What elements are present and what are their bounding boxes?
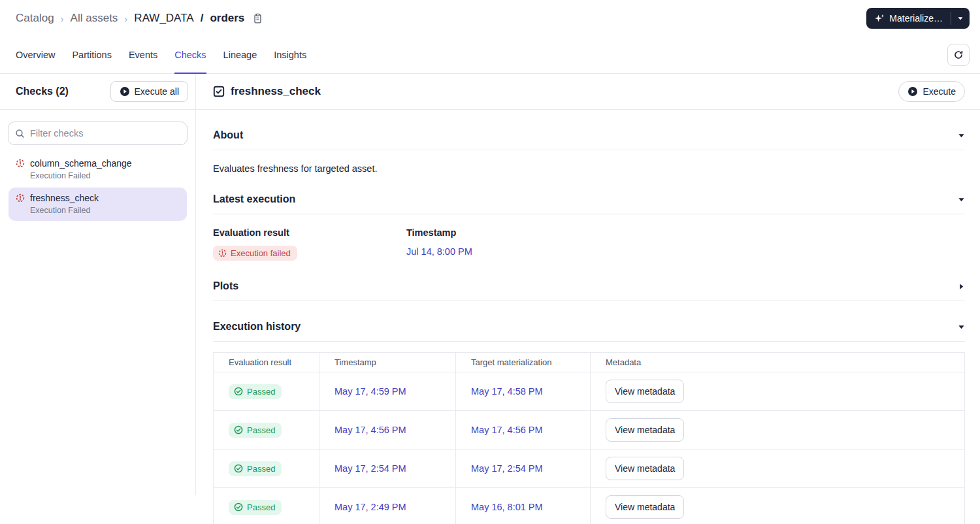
- content-area: Checks (2) Execute all: [0, 74, 980, 495]
- check-list-item[interactable]: freshness_check Execution Failed: [8, 188, 187, 221]
- tab-label: Checks: [174, 50, 206, 60]
- breadcrumb-chevron-icon: ›: [124, 13, 127, 24]
- execute-label: Execute: [923, 86, 956, 97]
- view-metadata-button[interactable]: View metadata: [606, 495, 684, 519]
- tab[interactable]: Events: [129, 37, 157, 73]
- row-timestamp-link[interactable]: May 17, 2:54 PM: [335, 463, 406, 474]
- view-metadata-label: View metadata: [615, 425, 675, 435]
- sidebar-header: Checks (2) Execute all: [0, 74, 195, 110]
- execute-all-label: Execute all: [135, 86, 179, 97]
- column-header-metadata: Metadata: [591, 353, 965, 372]
- tab-label: Insights: [274, 50, 306, 60]
- column-header-timestamp: Timestamp: [319, 353, 456, 372]
- checks-sidebar: Checks (2) Execute all: [0, 74, 196, 495]
- top-header: Catalog › All assets › RAW_DATA / orders…: [0, 0, 980, 37]
- caret-down-icon: [957, 15, 964, 22]
- check-detail-pane: freshness_check Execute About Evaluates …: [196, 74, 980, 495]
- view-metadata-label: View metadata: [615, 502, 675, 512]
- check-list: column_schema_change Execution Failed fr…: [0, 153, 195, 221]
- check-circle-icon: [234, 425, 243, 434]
- materialize-dropdown-button[interactable]: [951, 8, 970, 29]
- materialize-label: Materialize…: [889, 13, 943, 24]
- latest-execution-section: Latest execution Evaluation result Execu…: [213, 193, 965, 261]
- breadcrumb-chevron-icon: ›: [61, 13, 64, 24]
- copy-asset-name-button[interactable]: [252, 13, 263, 24]
- execution-failed-icon: [16, 159, 25, 168]
- latest-execution-header[interactable]: Latest execution: [213, 193, 965, 214]
- tab[interactable]: Partitions: [72, 37, 111, 73]
- passed-badge: Passed: [229, 500, 282, 515]
- table-row: Passed May 17, 4:56 PM May 17, 4:56 PM V…: [214, 411, 965, 450]
- chevron-right-icon[interactable]: [958, 283, 965, 290]
- execution-failed-badge-label: Execution failed: [231, 248, 291, 258]
- execute-all-button[interactable]: Execute all: [110, 81, 188, 102]
- breadcrumb-all-assets-link[interactable]: All assets: [71, 12, 118, 25]
- table-body: Passed May 17, 4:59 PM May 17, 4:58 PM V…: [214, 372, 965, 524]
- execute-button[interactable]: Execute: [898, 81, 965, 102]
- check-detail-body: About Evaluates freshness for targeted a…: [196, 129, 980, 524]
- check-name: column_schema_change: [30, 158, 132, 169]
- column-header-target-materialization: Target materialization: [456, 353, 591, 372]
- tab[interactable]: Overview: [16, 37, 55, 73]
- check-status: Execution Failed: [30, 171, 180, 180]
- check-square-icon: [213, 86, 225, 97]
- check-circle-icon: [234, 464, 243, 473]
- about-section: About Evaluates freshness for targeted a…: [213, 129, 965, 174]
- plots-title: Plots: [213, 280, 238, 292]
- play-circle-icon: [120, 86, 130, 97]
- row-target-materialization-link[interactable]: May 16, 8:01 PM: [471, 502, 543, 512]
- row-target-materialization-link[interactable]: May 17, 2:54 PM: [471, 463, 543, 474]
- tab-label: Lineage: [223, 50, 257, 60]
- row-timestamp-link[interactable]: May 17, 4:56 PM: [335, 425, 406, 435]
- breadcrumb-path-separator: /: [201, 12, 204, 25]
- view-metadata-button[interactable]: View metadata: [606, 380, 684, 403]
- tab[interactable]: Insights: [274, 37, 306, 73]
- about-title: About: [213, 129, 243, 141]
- about-description: Evaluates freshness for targeted asset.: [213, 163, 965, 174]
- check-name: freshness_check: [30, 193, 99, 203]
- check-list-item[interactable]: column_schema_change Execution Failed: [8, 153, 187, 186]
- row-target-materialization-link[interactable]: May 17, 4:56 PM: [471, 425, 543, 435]
- tab[interactable]: Lineage: [223, 37, 257, 73]
- chevron-down-icon[interactable]: [958, 323, 965, 331]
- execution-failed-icon: [16, 193, 25, 203]
- row-timestamp-link[interactable]: May 17, 4:59 PM: [335, 386, 406, 397]
- breadcrumb-asset-name: orders: [210, 12, 244, 25]
- about-section-header[interactable]: About: [213, 129, 965, 150]
- breadcrumb: Catalog › All assets › RAW_DATA / orders: [16, 12, 263, 25]
- filter-checks-input[interactable]: [30, 128, 180, 139]
- tab-label: Partitions: [72, 50, 111, 60]
- execution-history-section: Execution history Evaluation result Time…: [213, 321, 965, 524]
- column-header-evaluation-result: Evaluation result: [214, 353, 319, 372]
- breadcrumb-asset-group[interactable]: RAW_DATA: [134, 12, 193, 25]
- execution-history-table: Evaluation result Timestamp Target mater…: [213, 352, 965, 524]
- latest-execution-fields: Evaluation result Execution failed Times…: [213, 227, 965, 261]
- chevron-down-icon[interactable]: [958, 132, 965, 139]
- asset-tabs: Overview Partitions Events Checks Lineag…: [16, 37, 306, 73]
- search-icon: [15, 129, 25, 139]
- plots-section-header[interactable]: Plots: [213, 280, 965, 301]
- check-detail-header: freshness_check Execute: [196, 74, 980, 110]
- refresh-button[interactable]: [947, 44, 970, 66]
- check-detail-title: freshness_check: [231, 85, 321, 98]
- latest-timestamp-link[interactable]: Jul 14, 8:00 PM: [406, 246, 472, 257]
- latest-execution-title: Latest execution: [213, 193, 295, 205]
- checks-count-title: Checks (2): [16, 86, 69, 97]
- breadcrumb-catalog-link[interactable]: Catalog: [16, 12, 54, 25]
- view-metadata-button[interactable]: View metadata: [606, 418, 684, 442]
- materialize-button[interactable]: Materialize…: [866, 8, 951, 29]
- tab[interactable]: Checks: [174, 37, 206, 73]
- row-timestamp-link[interactable]: May 17, 2:49 PM: [335, 502, 406, 512]
- execution-failed-icon: [218, 249, 227, 257]
- tabs-row: Overview Partitions Events Checks Lineag…: [0, 37, 980, 74]
- passed-badge-label: Passed: [247, 464, 275, 474]
- execution-history-header[interactable]: Execution history: [213, 321, 965, 342]
- table-header-row: Evaluation result Timestamp Target mater…: [214, 353, 965, 372]
- chevron-down-icon[interactable]: [958, 196, 965, 203]
- refresh-icon: [953, 50, 964, 60]
- execution-history-title: Execution history: [213, 321, 301, 333]
- check-circle-icon: [234, 502, 243, 512]
- view-metadata-button[interactable]: View metadata: [606, 457, 684, 480]
- row-target-materialization-link[interactable]: May 17, 4:58 PM: [471, 386, 543, 397]
- check-status: Execution Failed: [30, 206, 180, 215]
